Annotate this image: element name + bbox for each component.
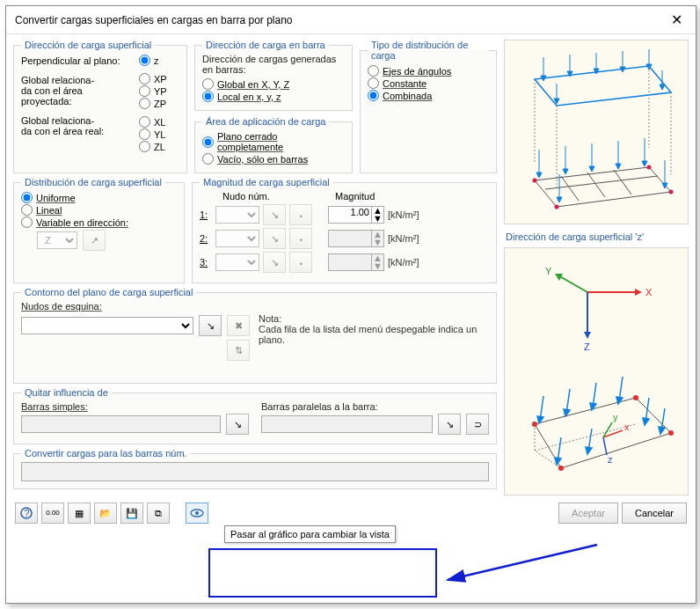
magnitude-input-1[interactable]: 1.00▲▼ <box>328 206 384 224</box>
close-icon[interactable]: ✕ <box>666 11 687 28</box>
tolerance-icon[interactable]: ▦ <box>68 503 91 524</box>
cancel-button[interactable]: Cancelar <box>622 503 687 524</box>
svg-point-84 <box>195 511 199 515</box>
save-icon[interactable]: 💾 <box>120 503 143 524</box>
svg-line-77 <box>603 437 607 455</box>
radio-xl[interactable] <box>139 116 150 128</box>
pick-corner-icon[interactable]: ↘ <box>199 315 222 336</box>
col-magnitude: Magnitud <box>305 191 375 202</box>
bottom-toolbar: ? 0.00 ▦ 📂 💾 ⧉ Aceptar Cancelar Pasar al… <box>6 499 696 531</box>
label-parallel-members: Barras paralelas a la barra: <box>261 401 489 412</box>
pick-node2-icon: ⬩ <box>289 252 312 273</box>
svg-marker-12 <box>660 84 665 90</box>
sublabel: Dirección de cargas generadas en barras: <box>202 54 345 75</box>
corner-nodes-select[interactable] <box>21 317 193 334</box>
input-parallel-members[interactable] <box>261 415 433 433</box>
svg-point-38 <box>533 179 537 183</box>
label-perp: Perpendicular al plano: <box>21 55 134 66</box>
legend: Tipo de distribución de carga <box>368 40 489 61</box>
group-application-area: Área de aplicación de carga Plano cerrad… <box>194 116 353 173</box>
svg-text:X: X <box>645 287 653 297</box>
note-title: Nota: <box>259 313 489 324</box>
svg-point-55 <box>532 422 537 427</box>
svg-marker-66 <box>616 397 623 404</box>
select-axis[interactable]: Z <box>37 231 77 249</box>
preview-caption: Dirección de carga superficial 'z' <box>504 230 689 242</box>
radio-global-xyz[interactable] <box>202 78 214 90</box>
svg-text:z: z <box>608 454 613 465</box>
radio-xp[interactable] <box>139 73 150 84</box>
label-corner-nodes: Nudos de esquina: <box>21 301 489 312</box>
radio-yp[interactable] <box>139 85 150 97</box>
legend: Distribución de carga superficial <box>21 177 165 187</box>
radio-uniform[interactable] <box>21 192 33 203</box>
note-text: Cada fila de la lista del menú despegabl… <box>259 324 489 345</box>
node-select-2[interactable] <box>215 230 259 247</box>
legend: Quitar influencia de <box>21 387 112 398</box>
node-select-1[interactable] <box>215 206 259 224</box>
pick-node2-icon: ⬩ <box>289 228 312 249</box>
svg-text:?: ? <box>25 508 30 518</box>
svg-marker-68 <box>643 418 649 425</box>
input-simple-members[interactable] <box>21 415 221 433</box>
radio-z[interactable] <box>139 55 150 66</box>
radio-axes[interactable] <box>368 65 379 77</box>
pick-axis-icon: ↗ <box>83 230 106 251</box>
svg-line-85 <box>448 545 597 580</box>
radio-constant[interactable] <box>368 77 379 89</box>
group-remove-influence: Quitar influencia de Barras simples: ↘ B… <box>13 387 497 444</box>
radio-variable[interactable] <box>21 216 33 228</box>
parallel-extra-icon[interactable]: ⊃ <box>466 414 489 435</box>
preview-top-diagram <box>504 40 689 224</box>
group-direction-surface: Dirección de carga superficial Perpendic… <box>13 40 187 173</box>
node-select-3[interactable] <box>215 253 259 271</box>
radio-closed-plane[interactable] <box>202 136 214 148</box>
radio-yl[interactable] <box>139 128 150 140</box>
units-icon[interactable]: 0.00 <box>41 503 64 524</box>
svg-point-40 <box>669 190 674 194</box>
unit: [kN/m²] <box>388 257 419 268</box>
legend: Magnitud de carga superficial <box>200 177 333 187</box>
pick-simple-icon[interactable]: ↘ <box>226 414 249 435</box>
pick-node-icon: ↘ <box>263 228 286 249</box>
radio-void-members[interactable] <box>202 153 214 165</box>
col-node: Nudo núm. <box>200 191 305 202</box>
unit: [kN/m²] <box>388 233 419 244</box>
pick-node-icon: ↘ <box>263 204 286 225</box>
member-info-icon[interactable]: ⧉ <box>147 503 170 524</box>
radio-zp[interactable] <box>139 98 150 109</box>
svg-point-58 <box>558 466 564 471</box>
help-icon[interactable]: ? <box>15 503 38 524</box>
label-real: Global relaciona- da con el área real: <box>21 115 134 136</box>
legend: Convertir cargas para las barras núm. <box>21 448 191 459</box>
svg-marker-49 <box>584 332 591 339</box>
radio-local-xyz[interactable] <box>202 91 214 102</box>
svg-marker-74 <box>586 447 592 454</box>
group-magnitude: Magnitud de carga superficial Nudo núm. … <box>192 177 497 283</box>
radio-linear[interactable] <box>21 204 33 216</box>
radio-zl[interactable] <box>139 141 150 152</box>
group-contour: Contorno del plano de carga superficial … <box>13 287 497 384</box>
legend: Dirección de carga superficial <box>21 40 155 50</box>
svg-marker-27 <box>563 169 568 174</box>
preview-bottom-diagram: X Y Z <box>504 247 689 495</box>
pick-parallel-icon[interactable]: ↘ <box>438 414 461 435</box>
svg-marker-31 <box>616 164 621 169</box>
window-title: Convertir cargas superficiales en cargas… <box>15 14 293 26</box>
import-icon[interactable]: 📂 <box>94 503 117 524</box>
delete-corner-icon: ✖ <box>227 315 250 336</box>
svg-marker-29 <box>589 166 594 172</box>
ok-button[interactable]: Aceptar <box>558 503 618 524</box>
radio-combined[interactable] <box>368 90 379 101</box>
svg-marker-33 <box>642 161 647 166</box>
svg-marker-43 <box>635 289 642 296</box>
svg-point-56 <box>633 395 638 400</box>
svg-text:Z: Z <box>584 341 590 352</box>
group-distribution-surface: Distribución de carga superficial Unifor… <box>13 177 185 283</box>
eye-toggle-icon[interactable] <box>186 503 208 524</box>
group-convert: Convertir cargas para las barras núm. <box>13 448 497 489</box>
label-proj: Global relaciona- da con el área proyect… <box>21 75 134 106</box>
annotation-arrow-icon <box>439 538 606 591</box>
svg-marker-64 <box>590 403 596 410</box>
magnitude-input-2: ▲▼ <box>328 230 384 247</box>
